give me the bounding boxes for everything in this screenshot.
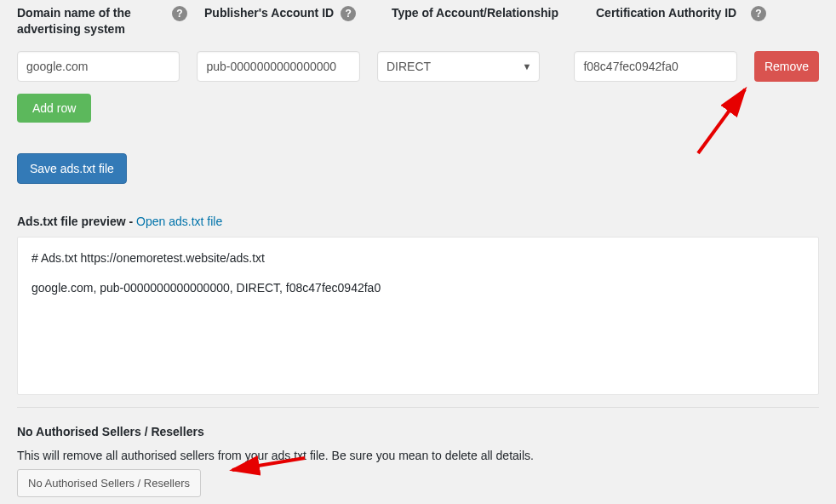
open-ads-link[interactable]: Open ads.txt file bbox=[136, 215, 222, 228]
publisher-label: Publisher's Account ID ? bbox=[204, 5, 375, 41]
preview-line: # Ads.txt https://onemoretest.website/ad… bbox=[31, 249, 805, 267]
help-icon[interactable]: ? bbox=[341, 6, 356, 21]
preview-line: google.com, pub-0000000000000000, DIRECT… bbox=[31, 279, 805, 297]
preview-heading: Ads.txt file preview - Open ads.txt file bbox=[17, 215, 819, 228]
publisher-input[interactable] bbox=[197, 51, 359, 82]
preview-box: # Ads.txt https://onemoretest.website/ad… bbox=[17, 237, 819, 395]
noauth-heading: No Authorised Sellers / Resellers bbox=[17, 425, 819, 438]
help-icon[interactable]: ? bbox=[751, 6, 766, 21]
divider bbox=[17, 407, 819, 408]
noauth-description: This will remove all authorised sellers … bbox=[17, 449, 819, 462]
cert-label: Certification Authority ID ? bbox=[596, 5, 766, 41]
cert-input[interactable] bbox=[574, 51, 736, 82]
domain-label: Domain name of the advertising system ? bbox=[17, 5, 187, 41]
add-row-button[interactable]: Add row bbox=[17, 94, 91, 123]
remove-button[interactable]: Remove bbox=[754, 51, 819, 82]
help-icon[interactable]: ? bbox=[172, 6, 187, 21]
save-button[interactable]: Save ads.txt file bbox=[17, 153, 127, 184]
no-auth-button[interactable]: No Authorised Sellers / Resellers bbox=[17, 469, 201, 497]
domain-input[interactable] bbox=[17, 51, 180, 82]
type-select[interactable]: DIRECT bbox=[377, 51, 540, 82]
type-label: Type of Account/Relationship bbox=[392, 5, 562, 41]
